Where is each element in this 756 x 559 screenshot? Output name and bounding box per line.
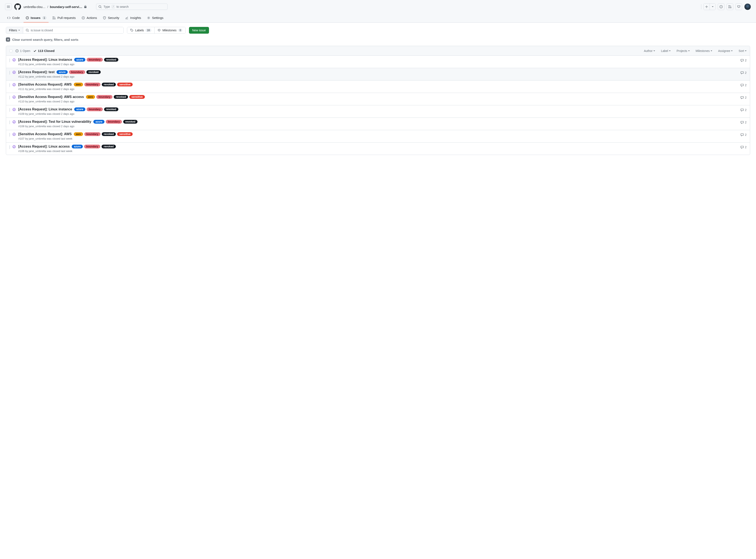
issue-label-boundary[interactable]: boundary — [84, 83, 101, 86]
issue-checkbox[interactable] — [9, 120, 10, 124]
projects-filter[interactable]: Projects — [676, 49, 690, 52]
issue-label-aws[interactable]: aws — [86, 95, 95, 99]
tab-security[interactable]: Security — [101, 14, 121, 22]
issue-title-link[interactable]: [Access Request]: Linux instance — [18, 107, 72, 111]
open-tab[interactable]: 1 Open — [15, 49, 30, 52]
tab-settings[interactable]: Settings — [145, 14, 165, 22]
issue-label-boundary[interactable]: boundary — [69, 70, 85, 74]
label-filter[interactable]: Label — [661, 49, 671, 52]
breadcrumb-owner[interactable]: umbrella-clou… — [24, 5, 46, 8]
pull-requests-shortcut-button[interactable] — [727, 3, 733, 10]
tag-icon — [130, 28, 133, 32]
issue-title-link[interactable]: [Access Request]: Test for Linux vulnera… — [18, 120, 91, 124]
issue-checkbox[interactable] — [9, 96, 10, 99]
issue-label-revoked[interactable]: revoked — [104, 58, 118, 62]
issue-label-boundary[interactable]: boundary — [84, 132, 101, 136]
tab-pull-requests[interactable]: Pull requests — [50, 14, 78, 22]
issue-search-input[interactable]: is:issue is:closed — [23, 27, 124, 33]
tab-insights[interactable]: Insights — [123, 14, 143, 22]
issue-comments-link[interactable]: 2 — [740, 83, 747, 87]
issue-label-sensitive[interactable]: sensitive — [117, 132, 133, 136]
github-logo-icon[interactable] — [14, 3, 21, 10]
milestones-button[interactable]: Milestones 0 — [154, 27, 186, 33]
issue-checkbox[interactable] — [9, 71, 10, 75]
issue-comments-link[interactable]: 2 — [740, 95, 747, 99]
tab-code-label: Code — [12, 16, 20, 20]
issue-comments-link[interactable]: 2 — [740, 120, 747, 124]
issue-checkbox[interactable] — [9, 145, 10, 149]
issue-label-azure[interactable]: azure — [74, 58, 85, 62]
issue-row[interactable]: [Access Request]: Linux access azureboun… — [6, 142, 750, 155]
issue-label-boundary[interactable]: boundary — [106, 120, 122, 124]
issue-comments-link[interactable]: 2 — [740, 144, 747, 149]
issue-open-icon — [15, 49, 19, 52]
issue-label-azure[interactable]: azure — [57, 70, 68, 74]
issue-label-sensitive[interactable]: sensitive — [117, 83, 133, 86]
author-filter[interactable]: Author — [644, 49, 655, 52]
tab-code[interactable]: Code — [5, 14, 22, 22]
assignee-filter[interactable]: Assignee — [718, 49, 733, 52]
issue-row[interactable]: [Sensitive Access Request]: AWS awsbound… — [6, 81, 750, 93]
issue-label-boundary[interactable]: boundary — [87, 107, 103, 111]
issue-comments-link[interactable]: 2 — [740, 58, 747, 62]
issue-row[interactable]: [Sensitive Access Request]: AWS awsbound… — [6, 130, 750, 142]
issue-title-link[interactable]: [Sensitive Access Request]: AWS — [18, 132, 72, 136]
issue-closed-icon — [13, 58, 16, 62]
issue-label-revoked[interactable]: revoked — [102, 144, 116, 149]
issue-label-azure[interactable]: azure — [93, 120, 105, 124]
comment-icon — [740, 59, 744, 62]
select-all-checkbox[interactable] — [9, 49, 13, 52]
issue-checkbox[interactable] — [9, 59, 10, 62]
filters-dropdown[interactable]: Filters — [6, 27, 23, 33]
issue-label-sensitive[interactable]: sensitive — [129, 95, 145, 99]
issue-row[interactable]: [Access Request]: Linux instance azurebo… — [6, 56, 750, 68]
create-new-menu[interactable] — [704, 3, 716, 10]
breadcrumb-repo[interactable]: boundary-self-servi… — [50, 5, 82, 8]
issue-title-link[interactable]: [Access Request]: Linux access — [18, 144, 70, 148]
issue-label-aws[interactable]: aws — [74, 132, 83, 136]
issue-label-revoked[interactable]: revoked — [102, 83, 116, 86]
new-issue-button[interactable]: New issue — [189, 27, 209, 33]
comment-icon — [740, 108, 744, 112]
issue-checkbox[interactable] — [9, 133, 10, 137]
issue-label-azure[interactable]: azure — [74, 107, 85, 111]
global-search[interactable]: Type / to search — [96, 4, 168, 10]
issue-label-azure[interactable]: azure — [72, 144, 83, 149]
issue-label-revoked[interactable]: revoked — [104, 107, 118, 111]
issue-title-link[interactable]: [Access Request]: test — [18, 70, 55, 74]
issue-checkbox[interactable] — [9, 83, 10, 87]
closed-tab[interactable]: 113 Closed — [33, 49, 54, 52]
labels-button[interactable]: Labels 16 — [127, 27, 154, 33]
issue-label-revoked[interactable]: revoked — [123, 120, 137, 124]
issue-title-link[interactable]: [Access Request]: Linux instance — [18, 58, 72, 61]
issue-row[interactable]: [Sensitive Access Request]: AWS access a… — [6, 93, 750, 105]
sort-filter[interactable]: Sort — [738, 49, 747, 52]
clear-filters-link[interactable]: ✕ Clear current search query, filters, a… — [6, 38, 750, 42]
tab-issues[interactable]: Issues 1 — [24, 14, 49, 22]
issue-label-revoked[interactable]: revoked — [86, 70, 101, 74]
inbox-button[interactable] — [735, 3, 742, 10]
issue-label-boundary[interactable]: boundary — [96, 95, 112, 99]
avatar[interactable] — [744, 3, 751, 10]
issue-row[interactable]: [Access Request]: Linux instance azurebo… — [6, 105, 750, 118]
issue-checkbox[interactable] — [9, 108, 10, 112]
issue-comments-link[interactable]: 2 — [740, 107, 747, 112]
issue-title-link[interactable]: [Sensitive Access Request]: AWS — [18, 83, 72, 86]
tab-settings-label: Settings — [152, 16, 163, 20]
issue-comments-link[interactable]: 2 — [740, 70, 747, 74]
hamburger-button[interactable] — [5, 3, 12, 10]
issue-label-boundary[interactable]: boundary — [87, 58, 103, 62]
issues-shortcut-button[interactable] — [718, 3, 725, 10]
issue-label-revoked[interactable]: revoked — [114, 95, 128, 99]
global-header: umbrella-clou… / boundary-self-servi… Ty… — [0, 0, 756, 14]
issue-title-link[interactable]: [Sensitive Access Request]: AWS access — [18, 95, 84, 98]
issue-label-revoked[interactable]: revoked — [102, 132, 116, 136]
issue-label-aws[interactable]: aws — [74, 83, 83, 86]
issue-row[interactable]: [Access Request]: test azureboundaryrevo… — [6, 68, 750, 81]
issue-label-boundary[interactable]: boundary — [84, 144, 100, 149]
milestones-filter[interactable]: Milestones — [696, 49, 712, 52]
tab-actions[interactable]: Actions — [80, 14, 99, 22]
issues-count-badge: 1 — [42, 16, 47, 20]
issue-comments-link[interactable]: 2 — [740, 132, 747, 136]
issue-row[interactable]: [Access Request]: Test for Linux vulnera… — [6, 118, 750, 130]
